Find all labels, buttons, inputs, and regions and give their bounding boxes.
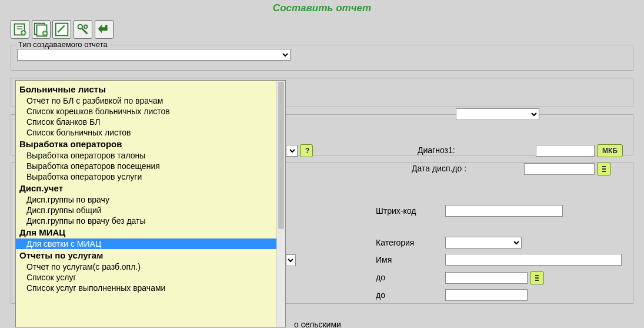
svg-line-13 bbox=[82, 28, 87, 34]
dropdown-item[interactable]: Выработка операторов услуги bbox=[16, 171, 285, 182]
dropdown-item[interactable]: Список услуг выполненных врачами bbox=[16, 283, 285, 293]
report-type-select[interactable] bbox=[17, 49, 291, 61]
dropdown-item[interactable]: Список больничных листов bbox=[16, 127, 285, 138]
dropdown-item[interactable]: Для светки с МИАЦ bbox=[16, 238, 285, 249]
toolbar-btn-edit[interactable] bbox=[52, 20, 71, 39]
row-do2: до bbox=[376, 290, 390, 300]
do1-input[interactable] bbox=[445, 272, 528, 284]
row-kategoria: Категория bbox=[376, 238, 419, 247]
svg-point-12 bbox=[78, 25, 82, 29]
page-title: Составить отчет bbox=[0, 0, 644, 16]
row-diagnoz1-input: МКБ bbox=[536, 144, 623, 157]
row-question: ? bbox=[286, 144, 313, 157]
row-shtrih: Штрих-код bbox=[376, 206, 421, 216]
do2-label: до bbox=[376, 290, 385, 300]
diagnoz1-input[interactable] bbox=[536, 145, 595, 157]
row-do1-input bbox=[445, 271, 544, 284]
row-imya: Имя bbox=[376, 255, 396, 264]
dropdown-item[interactable]: Выработка операторов посещения bbox=[16, 161, 285, 171]
dropdown-item[interactable]: Отчет по услугам(с разб.опл.) bbox=[16, 261, 285, 272]
row-upper-select bbox=[456, 108, 539, 120]
row-rural: о сельскими bbox=[294, 320, 346, 328]
diagnoz1-label: Диагноз1: bbox=[418, 145, 455, 155]
row-hidden-select-2 bbox=[286, 254, 296, 266]
row-diagnoz1: Диагноз1: bbox=[418, 145, 460, 155]
dropdown-group: Выработка операторов bbox=[16, 138, 285, 150]
imya-input[interactable] bbox=[445, 254, 622, 266]
row-kategoria-input bbox=[445, 237, 522, 249]
hidden-select-1[interactable] bbox=[286, 145, 298, 157]
shtrih-label: Штрих-код bbox=[376, 206, 416, 216]
dropdown-group: Больничные листы bbox=[16, 83, 285, 95]
hidden-select-2[interactable] bbox=[286, 254, 296, 266]
toolbar-btn-back[interactable] bbox=[95, 20, 114, 39]
toolbar-btn-new-1[interactable] bbox=[11, 20, 29, 39]
dropdown-scroll-thumb[interactable] bbox=[278, 82, 284, 229]
imya-label: Имя bbox=[376, 255, 392, 264]
dropdown-group: Для МИАЦ bbox=[16, 226, 285, 238]
report-type-dropdown[interactable]: Больничные листыОтчёт по БЛ с разбивкой … bbox=[15, 80, 286, 327]
dropdown-item[interactable]: Дисп.группы по врачу без даты bbox=[16, 216, 285, 226]
row-shtrih-input bbox=[445, 205, 563, 217]
row-imya-input bbox=[445, 254, 622, 266]
dropdown-item[interactable]: Список бланков БЛ bbox=[16, 117, 285, 127]
kategoria-label: Категория bbox=[376, 238, 414, 247]
dropdown-scrollbar[interactable] bbox=[276, 81, 285, 327]
dropdown-item[interactable]: Список услуг bbox=[16, 272, 285, 283]
date-picker-button-1[interactable] bbox=[597, 163, 611, 175]
svg-point-14 bbox=[84, 25, 88, 29]
row-date-disp-do-input bbox=[524, 163, 611, 175]
dropdown-item[interactable]: Дисп.группы общий bbox=[16, 205, 285, 216]
date-disp-do-input[interactable] bbox=[524, 163, 595, 175]
shtrih-input[interactable] bbox=[445, 205, 563, 217]
row-date-disp-do: Дата дисп.до : bbox=[412, 164, 471, 173]
rural-text: о сельскими bbox=[294, 320, 341, 328]
row-do1: до bbox=[376, 273, 390, 282]
dropdown-item[interactable]: Дисп.группы по врачу bbox=[16, 194, 285, 205]
fieldset-report-type: Тип создаваемого отчета bbox=[11, 45, 633, 71]
date-disp-do-label: Дата дисп.до : bbox=[412, 164, 466, 173]
dropdown-item[interactable]: Список корешков больничных листов bbox=[16, 106, 285, 117]
dropdown-item[interactable]: Выработка операторов талоны bbox=[16, 150, 285, 161]
dropdown-item[interactable]: Отчёт по БЛ с разбивкой по врачам bbox=[16, 95, 285, 106]
toolbar-btn-settings[interactable] bbox=[74, 20, 92, 39]
do2-input[interactable] bbox=[445, 289, 528, 301]
fieldset-legend-report-type: Тип создаваемого отчета bbox=[16, 40, 110, 49]
toolbar-btn-new-2[interactable] bbox=[32, 20, 51, 39]
row-do2-input bbox=[445, 289, 528, 301]
do1-label: до bbox=[376, 273, 385, 282]
upper-select[interactable] bbox=[456, 108, 539, 120]
date-picker-button-2[interactable] bbox=[530, 271, 544, 284]
dropdown-group: Дисп.учет bbox=[16, 182, 285, 194]
dropdown-group: Отчеты по услугам bbox=[16, 249, 285, 261]
help-button[interactable]: ? bbox=[300, 144, 313, 157]
kategoria-select[interactable] bbox=[445, 237, 522, 249]
mkb-button[interactable]: МКБ bbox=[597, 144, 623, 157]
